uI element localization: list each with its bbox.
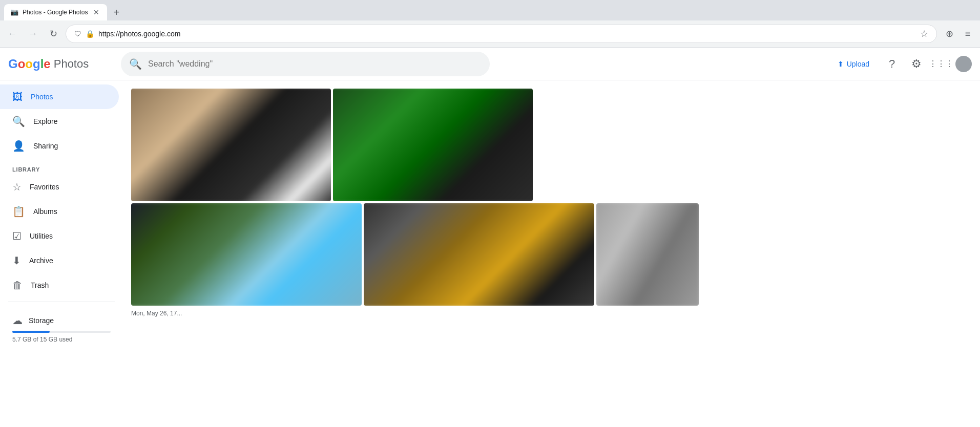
photo-item-4[interactable] — [364, 203, 594, 306]
cloud-icon: ☁ — [12, 314, 23, 327]
albums-icon: 📋 — [12, 205, 25, 218]
trash-icon: 🗑 — [12, 280, 23, 291]
google-logo: Google — [8, 57, 51, 71]
trash-label: Trash — [31, 281, 49, 289]
photo-row-1 — [131, 89, 972, 201]
sidebar-item-albums[interactable]: 📋 Albums — [0, 199, 119, 224]
browser-icons: ⊕ ≡ — [941, 26, 976, 42]
sharing-icon: 👤 — [12, 140, 25, 152]
storage-button[interactable]: ☁ Storage — [12, 314, 111, 327]
storage-label-text: Storage — [29, 316, 54, 325]
url-bar[interactable]: 🛡 🔒 https://photos.google.com ☆ — [66, 25, 937, 43]
tab-favicon: 📷 — [10, 8, 18, 16]
shield-icon: 🛡 — [74, 30, 81, 38]
photo-row-2 — [131, 203, 972, 306]
search-bar[interactable]: 🔍 — [121, 52, 490, 76]
photo-item-2[interactable] — [333, 89, 533, 201]
browser-menu-button[interactable]: ≡ — [960, 26, 976, 42]
apps-button[interactable]: ⋮⋮⋮ — [931, 54, 951, 74]
search-input[interactable] — [148, 59, 482, 69]
upload-icon: ⬆ — [838, 60, 844, 68]
sidebar-item-utilities[interactable]: ☑ Utilities — [0, 224, 119, 248]
logo-area: Google Photos — [8, 57, 121, 71]
storage-bar-fill — [12, 331, 50, 333]
header-actions: ⬆ Upload ? ⚙ ⋮⋮⋮ — [829, 54, 972, 74]
photo-item-5[interactable] — [596, 203, 699, 306]
favorites-icon: ☆ — [12, 181, 22, 193]
sidebar-item-favorites[interactable]: ☆ Favorites — [0, 175, 119, 199]
sidebar-item-archive[interactable]: ⬇ Archive — [0, 248, 119, 273]
explore-label: Explore — [33, 117, 57, 125]
photo-item-3[interactable] — [131, 203, 362, 306]
sidebar: 🖼 Photos 🔍 Explore 👤 Sharing LIBRARY ☆ F… — [0, 80, 123, 427]
storage-usage-text: 5.7 GB of 15 GB used — [12, 336, 111, 343]
tab-title: Photos - Google Photos — [23, 9, 88, 16]
bookmark-icon[interactable]: ☆ — [920, 28, 928, 39]
sidebar-item-photos[interactable]: 🖼 Photos — [0, 84, 119, 109]
photo-thumbnail-3 — [131, 203, 362, 306]
date-label: Mon, May 26, 17... — [131, 310, 972, 317]
upload-label: Upload — [847, 60, 869, 68]
photo-thumbnail-1 — [131, 89, 331, 201]
library-section-label: LIBRARY — [0, 158, 123, 175]
app-header: Google Photos 🔍 ⬆ Upload ? ⚙ ⋮⋮⋮ — [0, 48, 980, 80]
archive-label: Archive — [29, 257, 53, 265]
explore-icon: 🔍 — [12, 115, 25, 127]
albums-label: Albums — [33, 207, 57, 216]
url-text: https://photos.google.com — [98, 30, 916, 38]
browser-chrome: 📷 Photos - Google Photos ✕ + ← → ↻ 🛡 🔒 h… — [0, 0, 980, 48]
apps-icon: ⋮⋮⋮ — [929, 59, 953, 69]
main-content: 🖼 Photos 🔍 Explore 👤 Sharing LIBRARY ☆ F… — [0, 80, 980, 427]
sidebar-divider — [8, 302, 115, 302]
active-tab[interactable]: 📷 Photos - Google Photos ✕ — [4, 4, 107, 20]
upload-button[interactable]: ⬆ Upload — [829, 56, 878, 72]
avatar[interactable] — [955, 56, 972, 72]
sidebar-item-explore[interactable]: 🔍 Explore — [0, 109, 119, 134]
search-icon: 🔍 — [129, 58, 142, 70]
storage-bar-container — [12, 331, 111, 333]
address-bar: ← → ↻ 🛡 🔒 https://photos.google.com ☆ ⊕ … — [0, 20, 980, 47]
photos-icon: 🖼 — [12, 91, 23, 103]
photo-thumbnail-5 — [596, 203, 699, 306]
photos-label: Photos — [31, 93, 53, 101]
help-icon: ? — [889, 57, 895, 71]
sharing-label: Sharing — [33, 142, 58, 150]
app-container: Google Photos 🔍 ⬆ Upload ? ⚙ ⋮⋮⋮ — [0, 48, 980, 427]
settings-button[interactable]: ⚙ — [906, 54, 927, 74]
photo-thumbnail-4 — [364, 203, 594, 306]
tab-bar: 📷 Photos - Google Photos ✕ + — [0, 0, 980, 20]
refresh-button[interactable]: ↻ — [45, 26, 61, 42]
help-button[interactable]: ? — [882, 54, 902, 74]
back-button[interactable]: ← — [4, 26, 20, 42]
new-tab-button[interactable]: + — [109, 5, 123, 19]
utilities-icon: ☑ — [12, 230, 22, 242]
pocket-button[interactable]: ⊕ — [941, 26, 957, 42]
photo-thumbnail-2 — [333, 89, 533, 201]
settings-icon: ⚙ — [911, 57, 922, 71]
favorites-label: Favorites — [30, 183, 59, 191]
photo-area: Mon, May 26, 17... — [123, 80, 980, 427]
forward-button[interactable]: → — [25, 26, 41, 42]
storage-section: ☁ Storage 5.7 GB of 15 GB used — [0, 306, 123, 351]
app-title: Photos — [54, 57, 89, 71]
archive-icon: ⬇ — [12, 254, 21, 267]
lock-icon: 🔒 — [86, 30, 94, 38]
tab-close-button[interactable]: ✕ — [92, 8, 101, 17]
sidebar-item-trash[interactable]: 🗑 Trash — [0, 273, 119, 297]
photo-item-1[interactable] — [131, 89, 331, 201]
sidebar-item-sharing[interactable]: 👤 Sharing — [0, 134, 119, 158]
utilities-label: Utilities — [30, 232, 53, 240]
